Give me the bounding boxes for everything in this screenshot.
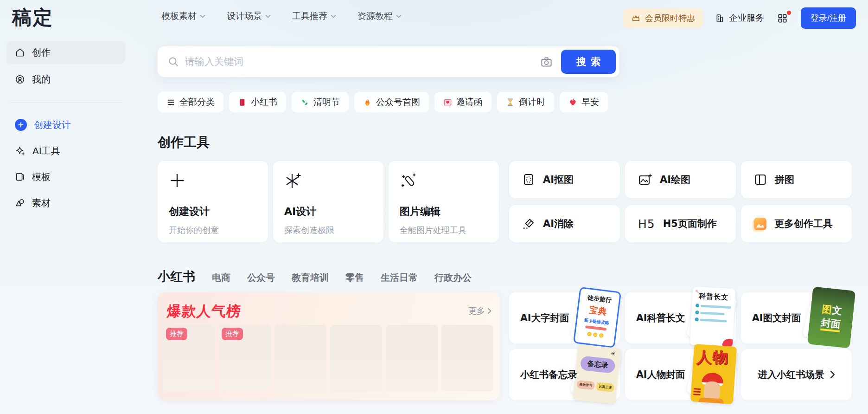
hot-ranking-board: 爆款人气榜 更多 推荐 推荐 <box>158 292 500 400</box>
chip-all-categories[interactable]: 全部分类 <box>158 92 223 112</box>
chevron-right-icon <box>830 370 835 379</box>
card-ai-portrait-cover[interactable]: AI人物封面 人物 <box>625 349 736 400</box>
card-label: AI图文封面 <box>752 311 801 324</box>
more-label: 更多 <box>468 305 485 317</box>
card-ai-design[interactable]: AI设计 探索创造极限 <box>273 161 383 242</box>
hot-thumbnail[interactable] <box>386 325 438 391</box>
brand-logo[interactable]: 稿定 <box>12 5 54 31</box>
card-ai-phototext-cover[interactable]: AI图文封面 图文 封面 <box>741 292 852 343</box>
chevron-down-icon <box>396 14 402 18</box>
card-title: AI设计 <box>284 205 372 219</box>
card-xhs-memo[interactable]: 小红书备忘录 ☀ 备忘录 高效学习 认真上课 <box>509 349 620 400</box>
sidebar-label: 素材 <box>32 197 51 209</box>
search-icon <box>168 56 179 67</box>
recommend-badge: 推荐 <box>166 328 187 340</box>
chip-qingming[interactable]: 清明节 <box>292 92 349 112</box>
nav-design-scenes[interactable]: 设计场景 <box>227 10 271 22</box>
section-title-tools: 创作工具 <box>158 134 210 151</box>
card-create-design[interactable]: 创建设计 开始你的创意 <box>158 161 268 242</box>
top-navigation: 模板素材 设计场景 工具推荐 资源教程 <box>161 10 402 22</box>
sidebar-item-create-design[interactable]: 创建设计 <box>6 114 125 136</box>
card-h5-builder[interactable]: H5 H5页面制作 <box>625 205 736 242</box>
card-enter-xhs-scene[interactable]: 进入小红书场景 <box>741 349 852 400</box>
vip-promo-badge[interactable]: 会员限时特惠 <box>623 8 703 28</box>
collage-icon <box>754 173 767 186</box>
sidebar-item-templates[interactable]: 模板 <box>6 166 125 188</box>
apps-grid-button[interactable] <box>776 12 789 25</box>
secondary-tool-cards: AI抠图 AI绘图 拼图 AI消除 H5 <box>509 161 852 242</box>
nav-tools[interactable]: 工具推荐 <box>292 10 336 22</box>
sidebar-label: AI工具 <box>32 145 60 157</box>
tab-daily-life[interactable]: 生活日常 <box>381 272 418 284</box>
hot-thumbnail[interactable] <box>274 325 326 391</box>
chip-official-cover[interactable]: 公众号首图 <box>354 92 429 112</box>
more-tools-icon <box>754 218 766 230</box>
flame-icon <box>363 98 372 107</box>
science-longform-thumbnail: ↖ 科普长文 <box>690 287 735 348</box>
enter-scene-label: 进入小红书场景 <box>758 368 824 381</box>
sidebar: 创作 我的 创建设计 AI工具 <box>6 41 125 214</box>
card-label: AI绘图 <box>660 173 690 186</box>
enterprise-service-link[interactable]: 企业服务 <box>715 12 764 24</box>
template-icon <box>15 172 25 182</box>
sidebar-label: 创建设计 <box>34 119 71 131</box>
sidebar-divider <box>9 102 122 103</box>
chip-morning[interactable]: 早安 <box>560 92 608 112</box>
nav-templates[interactable]: 模板素材 <box>161 10 205 22</box>
card-ai-science-longform[interactable]: AI科普长文 ↖ 科普长文 <box>625 292 736 343</box>
leaf-icon <box>300 98 309 107</box>
sidebar-item-create[interactable]: 创作 <box>6 41 125 64</box>
enterprise-label: 企业服务 <box>729 12 764 24</box>
sidebar-label: 我的 <box>32 73 51 86</box>
nav-resources[interactable]: 资源教程 <box>357 10 402 22</box>
thumb-char: 图 <box>821 304 832 316</box>
card-label: AI抠图 <box>543 173 574 186</box>
login-register-button[interactable]: 登录/注册 <box>801 7 856 29</box>
card-collage[interactable]: 拼图 <box>741 161 852 198</box>
plus-icon <box>169 172 257 190</box>
tab-admin-office[interactable]: 行政办公 <box>434 272 472 284</box>
camera-icon[interactable] <box>540 56 553 68</box>
card-ai-cutout[interactable]: AI抠图 <box>509 161 620 198</box>
chip-label: 倒计时 <box>519 96 545 108</box>
card-label: 拼图 <box>775 173 794 186</box>
search-input[interactable] <box>185 56 537 67</box>
tab-xiaohongshu-active[interactable]: 小红书 <box>158 268 195 285</box>
chip-countdown[interactable]: 倒计时 <box>497 92 554 112</box>
thumb-arrow-decor: ↖ <box>695 288 700 296</box>
search-button[interactable]: 搜索 <box>561 50 616 74</box>
hot-board-more-link[interactable]: 更多 <box>468 305 491 317</box>
chevron-right-icon <box>487 308 491 314</box>
tab-ecommerce[interactable]: 电商 <box>212 272 230 284</box>
chevron-down-icon <box>265 14 271 18</box>
chip-label: 公众号首图 <box>376 96 420 108</box>
sidebar-item-ai-tools[interactable]: AI工具 <box>6 140 125 162</box>
tab-retail[interactable]: 零售 <box>345 272 364 284</box>
card-ai-bigtext-cover[interactable]: AI大字封面 徒步旅行 宝典 新手畅游攻略 <box>509 292 620 343</box>
card-more-tools[interactable]: 更多创作工具 <box>741 205 852 242</box>
hot-thumbnail[interactable]: 推荐 <box>219 325 271 391</box>
tab-official-account[interactable]: 公众号 <box>247 272 275 284</box>
nav-label: 资源教程 <box>357 10 393 22</box>
thumb-pill: 认真上课 <box>596 382 614 392</box>
nav-label: 模板素材 <box>161 10 197 22</box>
card-label: 更多创作工具 <box>774 217 833 230</box>
ai-asterisk-icon <box>284 172 372 190</box>
chip-invitation[interactable]: 邀请函 <box>434 92 491 112</box>
hot-thumbnail[interactable] <box>330 325 382 391</box>
sidebar-item-mine[interactable]: 我的 <box>6 68 125 91</box>
card-ai-drawing[interactable]: AI绘图 <box>625 161 736 198</box>
sidebar-item-assets[interactable]: 素材 <box>6 192 125 214</box>
card-label: 小红书备忘录 <box>520 368 577 381</box>
chip-xiaohongshu[interactable]: 小红书 <box>229 92 286 112</box>
card-photo-editor[interactable]: 图片编辑 全能图片处理工具 <box>389 161 499 242</box>
thumb-title: 科普长文 <box>696 291 732 302</box>
hot-thumbnail[interactable]: 推荐 <box>163 325 215 391</box>
sidebar-label: 模板 <box>32 171 51 183</box>
hot-thumbnail[interactable] <box>441 325 493 391</box>
card-subtitle: 探索创造极限 <box>284 225 372 236</box>
nav-label: 设计场景 <box>227 10 262 22</box>
card-ai-eraser[interactable]: AI消除 <box>509 205 620 242</box>
tab-education[interactable]: 教育培训 <box>292 272 329 284</box>
thumb-text: 封面 <box>820 317 841 332</box>
